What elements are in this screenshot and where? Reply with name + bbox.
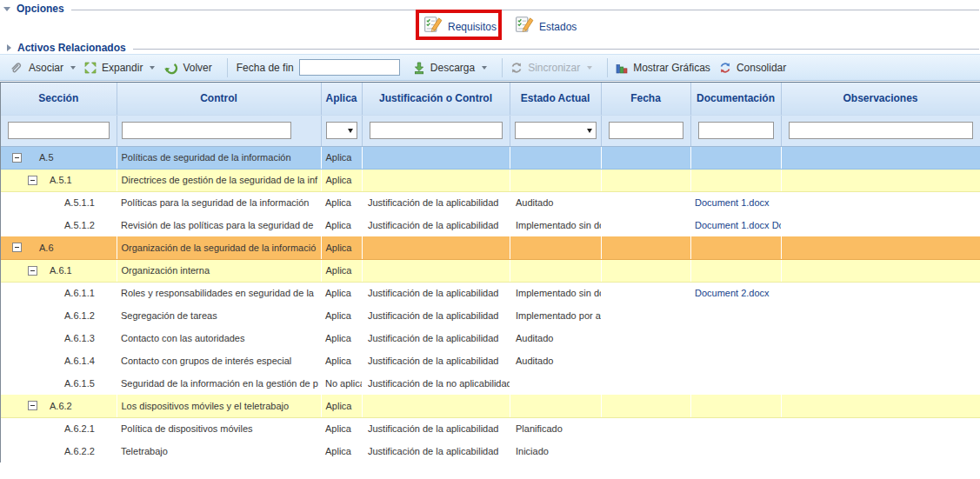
cell-aplica: Aplica xyxy=(321,236,362,259)
undo-arrow-icon xyxy=(163,60,178,76)
column-header-observaciones[interactable]: Observaciones xyxy=(781,83,980,115)
cell-just xyxy=(362,395,510,417)
chevron-down-icon[interactable] xyxy=(150,66,155,70)
volver-button[interactable]: Volver xyxy=(163,60,211,76)
sincronizar-button[interactable]: Sincronizar xyxy=(510,61,592,75)
fecha-de-fin-input[interactable] xyxy=(299,59,400,76)
cell-just xyxy=(362,146,510,169)
document-link[interactable]: Document 1.docx xyxy=(695,197,770,208)
cell-fecha xyxy=(601,236,690,259)
table-row[interactable]: A.6.2.1Política de dispositivos móvilesA… xyxy=(1,417,980,440)
table-row[interactable]: A.6.2Los dispositivos móviles y el telet… xyxy=(1,395,980,417)
cell-obs xyxy=(781,282,980,304)
column-header-documentacion[interactable]: Documentación xyxy=(690,83,781,115)
cell-fecha xyxy=(601,304,690,327)
cell-doc: Document 1.docx xyxy=(690,191,781,214)
cell-estado xyxy=(510,169,601,191)
activos-relacionados-label: Activos Relacionados xyxy=(17,42,126,54)
activos-relacionados-section-header[interactable]: Activos Relacionados xyxy=(2,42,980,54)
cell-fecha xyxy=(601,169,690,191)
cell-obs xyxy=(781,236,980,259)
document-link[interactable]: Document 2.docx xyxy=(695,288,770,298)
seccion-value: A.5 xyxy=(39,152,54,163)
filter-aplica-select[interactable] xyxy=(326,122,357,139)
table-row[interactable]: A.5.1.2Revisión de las políticas para la… xyxy=(1,214,980,236)
cell-control: Contacto con grupos de interés especial xyxy=(117,349,321,372)
cell-fecha xyxy=(601,282,690,304)
cell-just: Justificación de la aplicabilidad xyxy=(362,191,510,214)
cell-fecha xyxy=(601,372,690,395)
table-row[interactable]: A.6.2.2TeletrabajoAplicaJustificación de… xyxy=(1,440,980,462)
table-row[interactable]: A.6.1.2Segregación de tareasAplicaJustif… xyxy=(1,304,980,327)
filter-justificacion-input[interactable] xyxy=(370,122,503,139)
filter-documentacion-input[interactable] xyxy=(698,122,774,139)
tree-collapse-icon[interactable] xyxy=(28,176,37,185)
cell-aplica: Aplica xyxy=(321,282,362,304)
cell-estado: Iniciado xyxy=(510,440,601,462)
table-row[interactable]: A.5Políticas de seguridad de la informac… xyxy=(1,146,980,169)
toolbar-separator xyxy=(607,58,608,77)
cell-seccion: A.5.1.2 xyxy=(1,214,117,236)
header-row: Sección Control Aplica Justificación o C… xyxy=(1,83,980,115)
consolidar-button[interactable]: Consolidar xyxy=(718,61,786,75)
bar-chart-icon xyxy=(615,61,629,75)
column-header-fecha[interactable]: Fecha xyxy=(601,83,690,115)
cell-fecha xyxy=(601,146,690,169)
filter-control-input[interactable] xyxy=(122,122,291,139)
document-link[interactable]: Document 1.docx Doc xyxy=(695,220,781,230)
filter-observaciones-input[interactable] xyxy=(789,122,973,139)
asociar-button[interactable]: Asociar xyxy=(9,60,76,76)
cell-estado xyxy=(510,259,601,282)
cell-seccion: A.6.1.1 xyxy=(1,282,117,304)
section-rule xyxy=(133,49,979,50)
download-icon xyxy=(412,61,426,75)
cell-fecha xyxy=(601,349,690,372)
cell-doc xyxy=(690,146,781,169)
table-row[interactable]: A.6.1.3Contacto con las autoridadesAplic… xyxy=(1,327,980,349)
tree-collapse-icon[interactable] xyxy=(12,243,22,252)
filter-fecha-input[interactable] xyxy=(609,122,683,139)
cell-doc: Document 2.docx xyxy=(690,282,781,304)
table-row[interactable]: A.6Organización de la seguridad de la in… xyxy=(1,236,980,259)
chevron-down-icon[interactable] xyxy=(482,66,487,70)
cell-estado: Auditado xyxy=(510,349,601,372)
table-row[interactable]: A.6.1Organización internaAplica xyxy=(1,259,980,282)
cell-obs xyxy=(781,372,980,395)
chevron-right-icon[interactable] xyxy=(7,44,11,51)
consolidar-label: Consolidar xyxy=(737,62,786,74)
column-header-aplica[interactable]: Aplica xyxy=(321,83,362,115)
filter-seccion-input[interactable] xyxy=(8,122,110,139)
cell-fecha xyxy=(601,259,690,282)
mostrar-graficas-button[interactable]: Mostrar Gráficas xyxy=(615,61,710,75)
cell-control: Segregación de tareas xyxy=(117,304,321,327)
tree-collapse-icon[interactable] xyxy=(28,266,37,276)
cell-just xyxy=(362,259,510,282)
chevron-down-icon[interactable] xyxy=(70,66,76,70)
requisitos-button[interactable]: Requisitos xyxy=(423,15,497,34)
column-header-control[interactable]: Control xyxy=(117,83,321,115)
table-row[interactable]: A.5.1.1Políticas para la seguridad de la… xyxy=(1,191,980,214)
column-header-estado-actual[interactable]: Estado Actual xyxy=(510,83,601,115)
notepad-pencil-icon xyxy=(515,15,534,34)
opciones-section-header[interactable]: Opciones xyxy=(0,3,980,15)
table-row[interactable]: A.6.1.5Seguridad de la información en la… xyxy=(1,372,980,395)
tree-collapse-icon[interactable] xyxy=(12,153,22,163)
cell-seccion: A.5.1.1 xyxy=(1,191,117,214)
descarga-button[interactable]: Descarga xyxy=(412,61,487,75)
table-row[interactable]: A.6.1.1Roles y responsabilidades en segu… xyxy=(1,282,980,304)
tree-collapse-icon[interactable] xyxy=(28,401,37,410)
cell-control: Contacto con las autoridades xyxy=(117,327,321,349)
seccion-value: A.6.2 xyxy=(50,401,72,411)
table-row[interactable]: A.5.1Directrices de gestión de la seguri… xyxy=(1,169,980,191)
estados-button-label: Estados xyxy=(539,21,577,34)
cell-control: Revisión de las políticas para la seguri… xyxy=(117,214,321,236)
estados-button[interactable]: Estados xyxy=(515,15,577,34)
cell-aplica: Aplica xyxy=(321,191,362,214)
column-header-seccion[interactable]: Sección xyxy=(1,83,117,115)
chevron-down-icon[interactable] xyxy=(3,7,10,11)
expandir-button[interactable]: Expandir xyxy=(83,61,155,75)
cell-just: Justificación de la aplicabilidad xyxy=(362,214,510,236)
column-header-justificacion[interactable]: Justificación o Control xyxy=(362,83,510,115)
table-row[interactable]: A.6.1.4Contacto con grupos de interés es… xyxy=(1,349,980,372)
filter-estado-select[interactable] xyxy=(515,122,597,139)
